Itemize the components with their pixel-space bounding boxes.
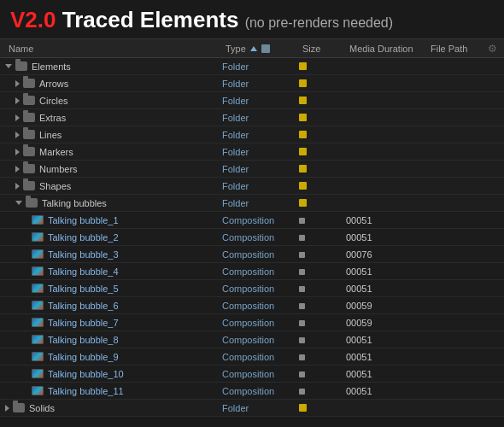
composition-icon [32, 318, 44, 327]
table-row[interactable]: Talking bubble_8 Composition 00051 [0, 331, 504, 348]
version-label: V2.0 [10, 7, 56, 32]
row-size [299, 96, 346, 106]
table-row[interactable]: Talking bubble_6 Composition 00059 [0, 297, 504, 314]
app-title: Traced Elements [62, 7, 239, 32]
row-name: Numbers [39, 164, 78, 174]
chevron-right-icon [15, 149, 20, 155]
chevron-right-icon [15, 166, 20, 173]
folder-icon [15, 61, 27, 71]
row-name: Talking bubble_1 [48, 215, 119, 225]
row-name: Extras [39, 113, 66, 123]
row-size [299, 369, 346, 379]
col-size-header: Size [302, 44, 349, 54]
table-row[interactable]: Solids Folder [0, 400, 504, 417]
table-row[interactable]: Talking bubble_7 Composition 00059 [0, 314, 504, 331]
row-size [299, 403, 346, 413]
col-name-header: Name [3, 44, 226, 54]
row-type: Composition [222, 369, 299, 379]
column-headers: Name Type Size Media Duration File Path … [0, 39, 504, 58]
folder-icon [23, 130, 35, 139]
table-row[interactable]: Talking bubble_4 Composition 00051 [0, 263, 504, 280]
row-name: Talking bubbles [42, 198, 107, 208]
row-name: Talking bubble_3 [48, 249, 119, 260]
sort-asc-icon[interactable] [250, 46, 257, 51]
row-type: Composition [222, 232, 299, 243]
type-filter-icon[interactable] [261, 44, 270, 53]
chevron-right-icon [15, 183, 20, 190]
col-media-header: Media Duration [349, 44, 431, 54]
table-row[interactable]: Talking bubbles Folder [0, 195, 504, 212]
folder-icon [23, 96, 35, 105]
row-type: Folder [222, 113, 299, 123]
table-row[interactable]: Talking bubble_11 Composition 00051 [0, 383, 504, 400]
row-size [299, 147, 346, 157]
folder-icon [26, 198, 38, 208]
folder-icon [23, 147, 35, 156]
table-row[interactable]: Talking bubble_1 Composition 00051 [0, 212, 504, 229]
row-type: Folder [222, 181, 299, 191]
row-media: 00059 [346, 301, 427, 311]
row-type: Folder [222, 198, 299, 208]
composition-icon [32, 266, 44, 276]
row-name: Lines [39, 130, 62, 140]
table-row[interactable]: Talking bubble_3 Composition 00076 [0, 246, 504, 263]
row-size [299, 318, 346, 328]
row-size [299, 352, 346, 362]
row-type: Folder [222, 164, 299, 174]
row-media: 00051 [346, 335, 427, 345]
composition-icon [32, 369, 44, 378]
composition-icon [32, 215, 44, 225]
table-row[interactable]: Circles Folder [0, 92, 504, 109]
row-size [299, 113, 346, 123]
table-row[interactable]: Talking bubble_10 Composition 00051 [0, 366, 504, 383]
table-row[interactable]: Lines Folder [0, 126, 504, 143]
row-size [299, 198, 346, 208]
table-row[interactable]: Talking bubble_5 Composition 00051 [0, 280, 504, 297]
row-size [299, 79, 346, 89]
row-media: 00051 [346, 266, 427, 277]
subtitle-label: (no pre-renders needed) [245, 15, 393, 30]
composition-icon [32, 352, 44, 361]
table-row[interactable]: Extras Folder [0, 109, 504, 126]
row-name: Talking bubble_4 [48, 266, 119, 277]
composition-icon [32, 232, 44, 242]
row-size [299, 215, 346, 225]
rows-container: Elements Folder Arrows Folder [0, 58, 504, 417]
table-row[interactable]: Talking bubble_2 Composition 00051 [0, 229, 504, 246]
app-window: V2.0 Traced Elements (no pre-renders nee… [0, 0, 504, 427]
chevron-down-icon [15, 201, 22, 205]
row-media: 00059 [346, 318, 427, 328]
row-name: Markers [39, 147, 73, 157]
table-row[interactable]: Markers Folder [0, 143, 504, 161]
chevron-right-icon [5, 405, 9, 412]
table-row[interactable]: Talking bubble_9 Composition 00051 [0, 348, 504, 366]
row-size [299, 249, 346, 260]
row-name: Talking bubble_5 [48, 284, 119, 294]
table-row[interactable]: Shapes Folder [0, 178, 504, 195]
folder-icon [23, 181, 35, 190]
panel-settings-icon[interactable]: ⚙ [488, 43, 497, 55]
row-type: Composition [222, 284, 299, 294]
row-media: 00051 [346, 215, 427, 225]
panel-settings-area: ⚙ [480, 43, 497, 55]
row-name: Talking bubble_6 [48, 301, 119, 311]
chevron-right-icon [15, 97, 20, 104]
table-row[interactable]: Arrows Folder [0, 75, 504, 92]
row-type: Composition [222, 318, 299, 328]
row-name: Talking bubble_10 [48, 369, 124, 379]
table-row[interactable]: Numbers Folder [0, 161, 504, 178]
row-name: Talking bubble_8 [48, 335, 119, 345]
chevron-right-icon [15, 80, 20, 87]
project-panel: Name Type Size Media Duration File Path … [0, 38, 504, 417]
chevron-right-icon [15, 114, 20, 121]
row-name: Elements [32, 61, 71, 72]
row-type: Folder [222, 403, 299, 413]
row-type: Folder [222, 61, 299, 72]
row-size [299, 181, 346, 191]
row-size [299, 301, 346, 311]
row-type: Folder [222, 96, 299, 106]
row-media: 00051 [346, 386, 427, 396]
row-type: Composition [222, 335, 299, 345]
folder-icon [13, 403, 25, 412]
table-row[interactable]: Elements Folder [0, 58, 504, 75]
